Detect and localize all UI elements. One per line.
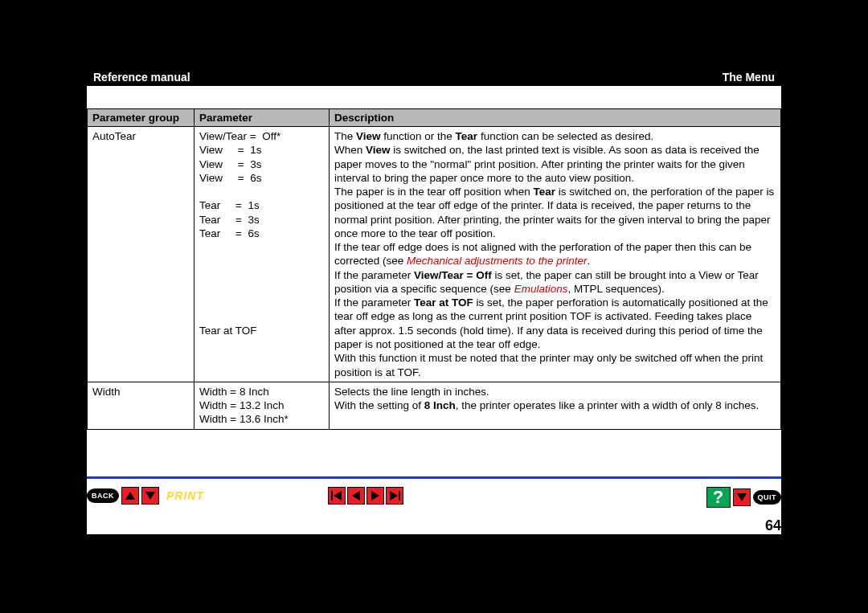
- parameter-table: Parameter group Parameter Description Au…: [87, 108, 781, 430]
- last-page-button[interactable]: [386, 487, 403, 505]
- svg-marker-8: [737, 493, 747, 501]
- cell-desc: Selects the line length in inches.With t…: [330, 382, 781, 429]
- cell-param: View/Tear = Off* View = 1s View = 3s Vie…: [194, 127, 330, 382]
- header-left: Reference manual: [93, 71, 190, 84]
- cell-param: Width = 8 Inch Width = 13.2 Inch Width =…: [194, 382, 330, 429]
- header-right: The Menu: [723, 71, 775, 84]
- col-header-group: Parameter group: [88, 109, 194, 127]
- table-row: AutoTear View/Tear = Off* View = 1s View…: [88, 127, 781, 382]
- svg-marker-3: [334, 491, 342, 501]
- svg-rect-7: [399, 491, 400, 501]
- svg-marker-1: [145, 492, 155, 500]
- cell-desc: The View function or the Tear function c…: [330, 127, 781, 382]
- first-page-button[interactable]: [328, 487, 346, 505]
- svg-marker-5: [371, 491, 379, 501]
- nav-bar: BACK PRINT: [87, 487, 781, 516]
- scroll-up-button[interactable]: [121, 487, 139, 505]
- svg-rect-2: [331, 491, 333, 501]
- horizontal-rule: [87, 476, 781, 479]
- quit-button[interactable]: QUIT: [753, 490, 782, 505]
- page-number: 64: [87, 517, 781, 534]
- print-button[interactable]: PRINT: [166, 489, 204, 502]
- scroll-down-button[interactable]: [141, 487, 159, 505]
- next-page-button[interactable]: [366, 487, 384, 505]
- header-bar: Reference manual The Menu: [87, 68, 781, 86]
- help-button[interactable]: ?: [706, 487, 731, 508]
- cell-group: AutoTear: [88, 127, 194, 382]
- table-row: Width Width = 8 Inch Width = 13.2 Inch W…: [88, 382, 781, 429]
- cell-group: Width: [88, 382, 194, 429]
- back-button[interactable]: BACK: [87, 488, 119, 503]
- prev-page-button[interactable]: [347, 487, 365, 505]
- dropdown-button[interactable]: [733, 488, 751, 506]
- svg-marker-6: [390, 491, 398, 501]
- svg-marker-4: [352, 491, 360, 501]
- col-header-param: Parameter: [194, 109, 330, 127]
- col-header-desc: Description: [330, 109, 781, 127]
- svg-marker-0: [125, 492, 135, 500]
